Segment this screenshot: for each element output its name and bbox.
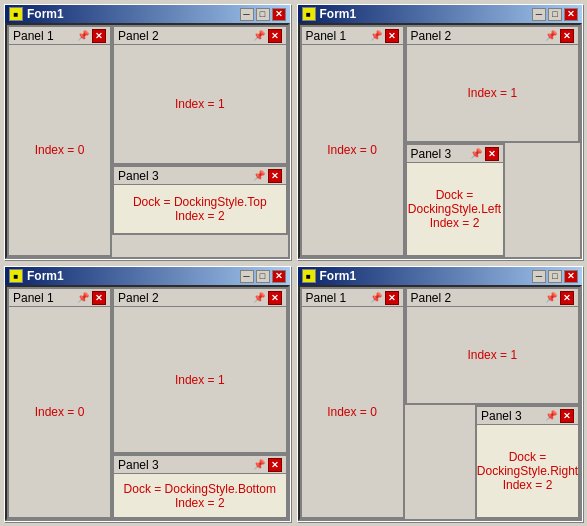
- panel2-area-w1: Panel 2 📌 ✕ Index = 1 Panel 3: [112, 25, 288, 257]
- panel1-title-w3: Panel 1: [13, 291, 76, 305]
- maximize-btn-1[interactable]: □: [256, 8, 270, 21]
- panel3-header-w2: Panel 3 📌 ✕: [407, 145, 503, 163]
- right-col-w4: Panel 2 📌 ✕ Index = 1 Panel 3: [405, 287, 581, 519]
- panel3-w1: Panel 3 📌 ✕ Dock = DockingStyle.Top Inde…: [112, 165, 288, 235]
- panel2-pin-w2[interactable]: 📌: [544, 29, 558, 43]
- minimize-btn-4[interactable]: ─: [532, 270, 546, 283]
- window-4: ■ Form1 ─ □ ✕ Panel 1 📌 ✕ Index = 0: [297, 266, 584, 522]
- bottom-row-w4: Panel 3 📌 ✕ Dock = DockingStyle.Right In…: [405, 405, 581, 519]
- panel2-header-w1: Panel 2 📌 ✕: [114, 27, 286, 45]
- panel3-body-w2: Dock = DockingStyle.Left Index = 2: [407, 163, 503, 255]
- titlebar-3: ■ Form1 ─ □ ✕: [5, 267, 290, 285]
- panel2-w2: Panel 2 📌 ✕ Index = 1: [405, 25, 581, 143]
- panel1-w3: Panel 1 📌 ✕ Index = 0: [7, 287, 112, 519]
- panel1-icons-w4: 📌 ✕: [369, 291, 399, 305]
- app-icon-4: ■: [302, 269, 316, 283]
- panel1-close-w3[interactable]: ✕: [92, 291, 106, 305]
- minimize-btn-2[interactable]: ─: [532, 8, 546, 21]
- panel2-w4: Panel 2 📌 ✕ Index = 1: [405, 287, 581, 405]
- panel3-header-w4: Panel 3 📌 ✕: [477, 407, 578, 425]
- main-row-1: Panel 1 📌 ✕ Index = 0 Panel 2 📌: [7, 25, 288, 257]
- close-btn-2[interactable]: ✕: [564, 8, 578, 21]
- window-1: ■ Form1 ─ □ ✕ Panel 1 📌 ✕ Index = 0: [4, 4, 291, 260]
- panel1-w2: Panel 1 📌 ✕ Index = 0: [300, 25, 405, 257]
- panel1-icons-w2: 📌 ✕: [369, 29, 399, 43]
- panel2-w3: Panel 2 📌 ✕ Index = 1: [112, 287, 288, 454]
- right-area-w2: Panel 2 📌 ✕ Index = 1 Panel 3 📌: [405, 25, 581, 257]
- panel3-body-w1: Dock = DockingStyle.Top Index = 2: [114, 185, 286, 233]
- panel1-header-w4: Panel 1 📌 ✕: [302, 289, 403, 307]
- panel3-pin-w4[interactable]: 📌: [544, 409, 558, 423]
- right-col-w3: Panel 2 📌 ✕ Index = 1 Panel 3 📌 ✕: [112, 287, 288, 519]
- panel2-pin-w4[interactable]: 📌: [544, 291, 558, 305]
- dock-spacer-w1: [112, 235, 288, 257]
- panel3-title-w3: Panel 3: [118, 458, 252, 472]
- panel2-close-w3[interactable]: ✕: [268, 291, 282, 305]
- panel1-pin-w1[interactable]: 📌: [76, 29, 90, 43]
- titlebar-buttons-1: ─ □ ✕: [240, 8, 286, 21]
- panel3-pin-w1[interactable]: 📌: [252, 169, 266, 183]
- window-content-3: Panel 1 📌 ✕ Index = 0 Panel 2 📌 ✕: [5, 285, 290, 521]
- titlebar-buttons-2: ─ □ ✕: [532, 8, 578, 21]
- panel2-icons-w1: 📌 ✕: [252, 29, 282, 43]
- panel2-close-w1[interactable]: ✕: [268, 29, 282, 43]
- window-title-1: Form1: [27, 7, 236, 21]
- panel3-close-w2[interactable]: ✕: [485, 147, 499, 161]
- panel1-close-w1[interactable]: ✕: [92, 29, 106, 43]
- maximize-btn-3[interactable]: □: [256, 270, 270, 283]
- panel1-title-w1: Panel 1: [13, 29, 76, 43]
- panel1-w1: Panel 1 📌 ✕ Index = 0: [7, 25, 112, 257]
- panel2-icons-w2: 📌 ✕: [544, 29, 574, 43]
- window-content-1: Panel 1 📌 ✕ Index = 0 Panel 2 📌: [5, 23, 290, 259]
- close-btn-3[interactable]: ✕: [272, 270, 286, 283]
- panel1-pin-w4[interactable]: 📌: [369, 291, 383, 305]
- window-title-2: Form1: [320, 7, 529, 21]
- minimize-btn-3[interactable]: ─: [240, 270, 254, 283]
- panel3-body-w4: Dock = DockingStyle.Right Index = 2: [477, 425, 578, 517]
- panel2-icons-w3: 📌 ✕: [252, 291, 282, 305]
- panel2-close-w2[interactable]: ✕: [560, 29, 574, 43]
- panel2-header-w3: Panel 2 📌 ✕: [114, 289, 286, 307]
- panel3-header-w3: Panel 3 📌 ✕: [114, 456, 286, 474]
- window-title-4: Form1: [320, 269, 529, 283]
- panel3-close-w3[interactable]: ✕: [268, 458, 282, 472]
- panel3-pin-w2[interactable]: 📌: [469, 147, 483, 161]
- window-content-4: Panel 1 📌 ✕ Index = 0 Panel 2 📌 ✕: [298, 285, 583, 521]
- panel1-header-w3: Panel 1 📌 ✕: [9, 289, 110, 307]
- close-btn-4[interactable]: ✕: [564, 270, 578, 283]
- panel2-title-w4: Panel 2: [411, 291, 545, 305]
- minimize-btn-1[interactable]: ─: [240, 8, 254, 21]
- titlebar-buttons-4: ─ □ ✕: [532, 270, 578, 283]
- panel2-pin-w3[interactable]: 📌: [252, 291, 266, 305]
- panel2-body-w2: Index = 1: [407, 45, 579, 141]
- app-icon-1: ■: [9, 7, 23, 21]
- maximize-btn-4[interactable]: □: [548, 270, 562, 283]
- close-btn-1[interactable]: ✕: [272, 8, 286, 21]
- panel3-pin-w3[interactable]: 📌: [252, 458, 266, 472]
- panel3-close-w1[interactable]: ✕: [268, 169, 282, 183]
- panel3-icons-w2: 📌 ✕: [469, 147, 499, 161]
- panel2-body-w1: Index = 1: [114, 45, 286, 163]
- panel3-close-w4[interactable]: ✕: [560, 409, 574, 423]
- panel2-pin-w1[interactable]: 📌: [252, 29, 266, 43]
- panel3-w4: Panel 3 📌 ✕ Dock = DockingStyle.Right In…: [475, 405, 580, 519]
- panel1-pin-w3[interactable]: 📌: [76, 291, 90, 305]
- panel1-header-w2: Panel 1 📌 ✕: [302, 27, 403, 45]
- titlebar-4: ■ Form1 ─ □ ✕: [298, 267, 583, 285]
- panel2-title-w3: Panel 2: [118, 291, 252, 305]
- titlebar-2: ■ Form1 ─ □ ✕: [298, 5, 583, 23]
- panel1-pin-w2[interactable]: 📌: [369, 29, 383, 43]
- app-icon-2: ■: [302, 7, 316, 21]
- panel1-close-w2[interactable]: ✕: [385, 29, 399, 43]
- panel3-header-w1: Panel 3 📌 ✕: [114, 167, 286, 185]
- panel2-close-w4[interactable]: ✕: [560, 291, 574, 305]
- panel2-header-w4: Panel 2 📌 ✕: [407, 289, 579, 307]
- panel3-title-w2: Panel 3: [411, 147, 469, 161]
- panel3-title-w4: Panel 3: [481, 409, 544, 423]
- panel2-w1: Panel 2 📌 ✕ Index = 1: [112, 25, 288, 165]
- panel1-close-w4[interactable]: ✕: [385, 291, 399, 305]
- panel1-body-w3: Index = 0: [9, 307, 110, 517]
- panel3-w2: Panel 3 📌 ✕ Dock = DockingStyle.Left Ind…: [405, 143, 505, 257]
- panel1-body-w1: Index = 0: [9, 45, 110, 255]
- maximize-btn-2[interactable]: □: [548, 8, 562, 21]
